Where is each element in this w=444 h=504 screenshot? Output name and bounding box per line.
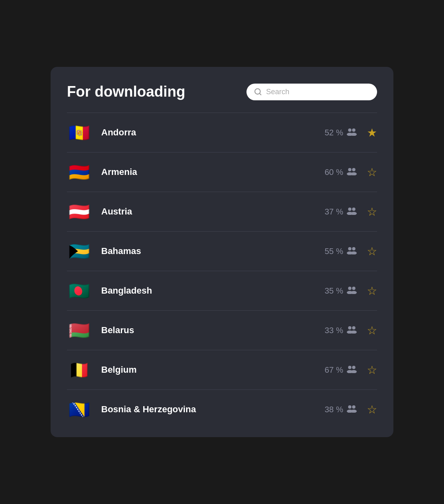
star-button[interactable]: ☆ bbox=[367, 324, 377, 337]
percent-label: 67 % bbox=[324, 365, 343, 375]
country-name: Bahamas bbox=[101, 246, 324, 256]
flag-austria: 🇦🇹 bbox=[67, 199, 91, 224]
svg-line-1 bbox=[260, 93, 261, 95]
percent-label: 35 % bbox=[324, 286, 343, 296]
star-button[interactable]: ☆ bbox=[367, 245, 377, 258]
search-box[interactable] bbox=[246, 84, 377, 100]
main-card: For downloading 🇦🇩Andorra52 % ★🇦🇲Armenia… bbox=[51, 67, 393, 437]
svg-point-2 bbox=[348, 128, 351, 131]
star-button[interactable]: ☆ bbox=[367, 284, 377, 298]
percent-label: 38 % bbox=[324, 405, 343, 414]
stat-group: 37 % bbox=[324, 207, 357, 217]
percent-label: 60 % bbox=[324, 168, 343, 177]
stat-group: 38 % bbox=[324, 405, 357, 415]
list-item: 🇧🇩Bangladesh35 % ☆ bbox=[67, 271, 377, 310]
people-icon bbox=[346, 128, 357, 138]
star-button[interactable]: ★ bbox=[367, 126, 377, 139]
star-button[interactable]: ☆ bbox=[367, 403, 377, 416]
list-item: 🇦🇩Andorra52 % ★ bbox=[67, 113, 377, 152]
list-item: 🇧🇦Bosnia & Herzegovina38 % ☆ bbox=[67, 390, 377, 429]
people-icon bbox=[346, 325, 357, 336]
svg-point-23 bbox=[352, 326, 355, 329]
svg-point-14 bbox=[348, 247, 351, 250]
percent-label: 33 % bbox=[324, 326, 343, 335]
list-item: 🇧🇪Belgium67 % ☆ bbox=[67, 350, 377, 389]
flag-armenia: 🇦🇲 bbox=[67, 160, 91, 184]
people-icon bbox=[346, 207, 357, 217]
star-button[interactable]: ☆ bbox=[367, 166, 377, 179]
page-title: For downloading bbox=[67, 83, 185, 100]
people-icon bbox=[346, 405, 357, 415]
flag-belgium: 🇧🇪 bbox=[67, 358, 91, 382]
flag-belarus: 🇧🇾 bbox=[67, 318, 91, 343]
stat-group: 35 % bbox=[324, 286, 357, 296]
flag-bosnia---herzegovina: 🇧🇦 bbox=[67, 397, 91, 422]
flag-bangladesh: 🇧🇩 bbox=[67, 279, 91, 303]
people-icon bbox=[346, 246, 357, 256]
list-item: 🇦🇲Armenia60 % ☆ bbox=[67, 153, 377, 192]
people-icon bbox=[346, 167, 357, 177]
svg-point-6 bbox=[348, 168, 351, 171]
list-item: 🇧🇸Bahamas55 % ☆ bbox=[67, 232, 377, 271]
svg-point-27 bbox=[352, 365, 355, 369]
stat-group: 67 % bbox=[324, 365, 357, 375]
svg-point-22 bbox=[348, 326, 351, 329]
svg-point-10 bbox=[348, 207, 351, 210]
svg-point-18 bbox=[348, 286, 351, 290]
country-name: Belgium bbox=[101, 365, 324, 375]
percent-label: 52 % bbox=[324, 128, 343, 137]
country-name: Armenia bbox=[101, 167, 324, 177]
svg-point-31 bbox=[352, 405, 355, 408]
country-name: Belarus bbox=[101, 325, 324, 336]
people-icon bbox=[346, 286, 357, 296]
stat-group: 52 % bbox=[324, 128, 357, 138]
svg-point-19 bbox=[352, 286, 355, 290]
search-icon bbox=[254, 88, 262, 96]
stat-group: 33 % bbox=[324, 325, 357, 336]
header: For downloading bbox=[67, 83, 377, 100]
country-name: Andorra bbox=[101, 127, 324, 138]
percent-label: 55 % bbox=[324, 247, 343, 256]
percent-label: 37 % bbox=[324, 207, 343, 217]
svg-point-26 bbox=[348, 365, 351, 369]
svg-point-3 bbox=[352, 128, 355, 131]
star-button[interactable]: ☆ bbox=[367, 205, 377, 219]
country-name: Bangladesh bbox=[101, 285, 324, 296]
svg-point-15 bbox=[352, 247, 355, 250]
stat-group: 55 % bbox=[324, 246, 357, 256]
search-input[interactable] bbox=[266, 88, 370, 96]
country-name: Austria bbox=[101, 206, 324, 217]
people-icon bbox=[346, 365, 357, 375]
flag-andorra: 🇦🇩 bbox=[67, 120, 91, 145]
flag-bahamas: 🇧🇸 bbox=[67, 239, 91, 263]
svg-point-30 bbox=[348, 405, 351, 408]
star-button[interactable]: ☆ bbox=[367, 363, 377, 377]
svg-point-11 bbox=[352, 207, 355, 210]
stat-group: 60 % bbox=[324, 167, 357, 177]
country-list: 🇦🇩Andorra52 % ★🇦🇲Armenia60 % ☆🇦🇹Austria3… bbox=[67, 113, 377, 429]
list-item: 🇦🇹Austria37 % ☆ bbox=[67, 192, 377, 231]
svg-point-7 bbox=[352, 168, 355, 171]
list-item: 🇧🇾Belarus33 % ☆ bbox=[67, 311, 377, 350]
country-name: Bosnia & Herzegovina bbox=[101, 404, 324, 415]
